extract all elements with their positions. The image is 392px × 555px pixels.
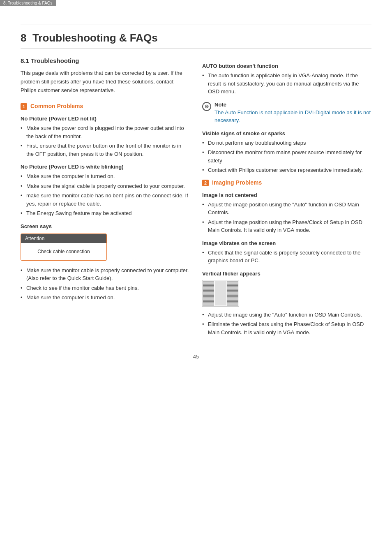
page-tab: 8. Troubleshooting & FAQs bbox=[0, 0, 56, 6]
list-item: First, ensure that the power button on t… bbox=[21, 142, 190, 158]
visible-signs-title: Visible signs of smoke or sparks bbox=[202, 130, 371, 136]
intro-text: This page deals with problems that can b… bbox=[21, 69, 190, 95]
imaging-problems-header: 2 Imaging Problems bbox=[202, 179, 371, 186]
subsection-no-picture-led: No Picture (Power LED not lit) Make sure… bbox=[21, 116, 190, 158]
subsection-no-picture-white: No Picture (Power LED is white blinking)… bbox=[21, 164, 190, 217]
chapter-title: 8 Troubleshooting & FAQs bbox=[21, 32, 371, 44]
list-item: The auto function is applicable only in … bbox=[202, 72, 371, 96]
no-picture-led-title: No Picture (Power LED not lit) bbox=[21, 116, 190, 122]
screen-says-list: Make sure the monitor cable is properly … bbox=[21, 266, 190, 302]
list-item: Do not perform any troubleshooting steps bbox=[202, 139, 371, 147]
list-item: make sure the monitor cable has no bent … bbox=[21, 192, 190, 208]
bottom-rule bbox=[21, 49, 371, 49]
imaging-problems-badge: 2 bbox=[202, 180, 209, 186]
list-item: Disconnect the monitor from mains power … bbox=[202, 148, 371, 164]
list-item: Eliminate the vertical bars using the Ph… bbox=[202, 320, 371, 336]
list-item: Make sure the monitor cable is properly … bbox=[21, 266, 190, 282]
section-81-title: 8.1 Troubleshooting bbox=[21, 57, 190, 64]
common-problems-badge: 1 bbox=[21, 103, 27, 110]
list-item: Check to see if the monitor cable has be… bbox=[21, 284, 190, 292]
auto-button-list: The auto function is applicable only in … bbox=[202, 72, 371, 96]
common-problems-title: Common Problems bbox=[30, 103, 83, 109]
right-column: AUTO button doesn't function The auto fu… bbox=[202, 57, 371, 341]
image-vibrates-title: Image vibrates on the screen bbox=[202, 240, 371, 246]
no-picture-white-title: No Picture (Power LED is white blinking) bbox=[21, 164, 190, 170]
list-item: Adjust the image position using the "Aut… bbox=[202, 201, 371, 217]
list-item: Make sure the computer is turned on. bbox=[21, 172, 190, 180]
note-icon: ⊝ bbox=[202, 102, 211, 111]
subsection-screen-says: Screen says Attention Check cable connec… bbox=[21, 223, 190, 302]
screen-says-body: Check cable connection bbox=[21, 243, 106, 260]
visible-signs-list: Do not perform any troubleshooting steps… bbox=[202, 139, 371, 174]
image-vibrates-section: Image vibrates on the screen Check that … bbox=[202, 240, 371, 265]
note-text: The Auto Function is not applicable in D… bbox=[214, 109, 371, 125]
list-item: The Energy Saving feature may be activat… bbox=[21, 209, 190, 217]
vertical-flicker-list: Adjust the image using the "Auto" functi… bbox=[202, 311, 371, 337]
image-not-centered-section: Image is not centered Adjust the image p… bbox=[202, 192, 371, 234]
note-label: Note bbox=[214, 102, 371, 108]
screen-says-box: Attention Check cable connection bbox=[21, 234, 107, 261]
screen-says-title: Screen says bbox=[21, 223, 190, 229]
auto-button-section: AUTO button doesn't function The auto fu… bbox=[202, 63, 371, 96]
left-column: 8.1 Troubleshooting This page deals with… bbox=[21, 57, 190, 341]
list-item: Make sure the computer is turned on. bbox=[21, 294, 190, 302]
list-item: Make sure the signal cable is properly c… bbox=[21, 182, 190, 190]
imaging-problems-title: Imaging Problems bbox=[212, 179, 262, 186]
image-not-centered-list: Adjust the image position using the "Aut… bbox=[202, 201, 371, 234]
list-item: Check that the signal cable is properly … bbox=[202, 249, 371, 265]
vertical-flicker-image bbox=[202, 280, 239, 307]
vertical-flicker-section: Vertical flicker appears Adjust the imag… bbox=[202, 271, 371, 337]
common-problems-header: 1 Common Problems bbox=[21, 103, 190, 110]
visible-signs-section: Visible signs of smoke or sparks Do not … bbox=[202, 130, 371, 174]
image-vibrates-list: Check that the signal cable is properly … bbox=[202, 249, 371, 265]
auto-button-title: AUTO button doesn't function bbox=[202, 63, 371, 69]
no-picture-led-list: Make sure the power cord is plugged into… bbox=[21, 124, 190, 158]
note-content: Note The Auto Function is not applicable… bbox=[214, 102, 371, 125]
vertical-flicker-title: Vertical flicker appears bbox=[202, 271, 371, 277]
image-not-centered-title: Image is not centered bbox=[202, 192, 371, 198]
note-box: ⊝ Note The Auto Function is not applicab… bbox=[202, 102, 371, 125]
list-item: Adjust the image position using the Phas… bbox=[202, 218, 371, 234]
no-picture-white-list: Make sure the computer is turned on. Mak… bbox=[21, 172, 190, 217]
screen-says-header: Attention bbox=[21, 234, 106, 243]
page-number: 45 bbox=[21, 354, 371, 360]
top-rule bbox=[21, 25, 371, 25]
list-item: Make sure the power cord is plugged into… bbox=[21, 124, 190, 140]
list-item: Contact with Philips customer service re… bbox=[202, 166, 371, 174]
list-item: Adjust the image using the "Auto" functi… bbox=[202, 311, 371, 319]
